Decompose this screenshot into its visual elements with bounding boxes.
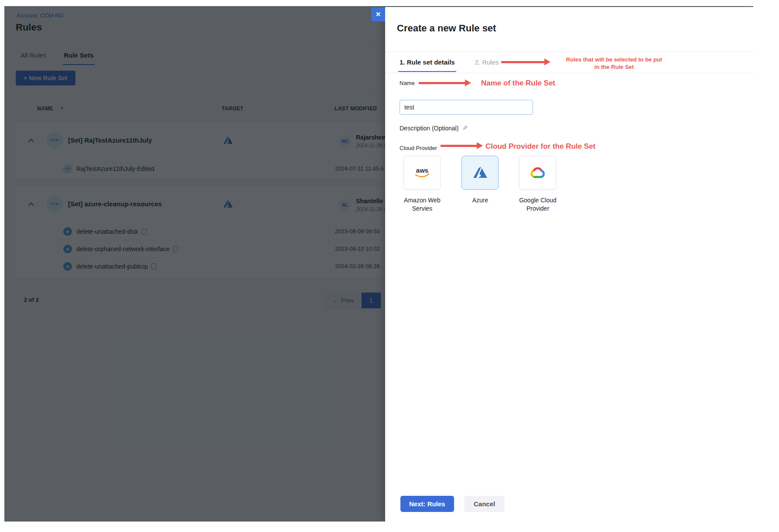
annotation-steps-note: Rules that will be selected to be put in… xyxy=(560,56,669,71)
annotation-arrow xyxy=(441,145,477,147)
annotation-provider-note: Cloud Provider for the Rule Set xyxy=(485,142,595,151)
drawer-title: Create a new Rule set xyxy=(397,23,496,34)
annotation-name-note: Name of the Rule Set xyxy=(481,79,555,88)
cloud-provider-label: Cloud Provider xyxy=(400,145,437,151)
cancel-button[interactable]: Cancel xyxy=(464,496,505,512)
aws-logo-icon: aws xyxy=(412,165,432,180)
app-window: Account: CCM-NG Rules All Rules Rule Set… xyxy=(4,6,753,522)
step-rules[interactable]: 2. Rules xyxy=(474,55,500,72)
edit-pencil-icon[interactable]: ✎ xyxy=(462,124,468,132)
annotation-arrow xyxy=(419,82,465,84)
provider-label-gcp: Google Cloud Provider xyxy=(509,196,566,213)
provider-card-gcp[interactable] xyxy=(519,156,556,190)
provider-label-aws: Amazon Web Servies xyxy=(394,196,451,213)
svg-text:aws: aws xyxy=(416,167,428,174)
divider xyxy=(385,51,753,52)
step-rule-set-details[interactable]: 1. Rule set details xyxy=(398,55,456,72)
azure-logo-icon xyxy=(472,165,488,181)
annotation-arrow xyxy=(501,61,545,63)
gcp-logo-icon xyxy=(530,166,546,179)
name-label: Name xyxy=(400,80,415,86)
description-label: Description (Optional) ✎ xyxy=(400,124,468,132)
provider-card-aws[interactable]: aws xyxy=(403,156,441,190)
provider-label-azure: Azure xyxy=(452,196,509,205)
next-rules-button[interactable]: Next: Rules xyxy=(400,496,454,512)
divider xyxy=(385,73,753,73)
rule-set-name-input[interactable] xyxy=(400,100,533,115)
create-rule-set-drawer: ✕ Create a new Rule set 1. Rule set deta… xyxy=(385,7,753,522)
close-icon[interactable]: ✕ xyxy=(371,7,385,21)
wizard-steps: 1. Rule set details 2. Rules xyxy=(398,55,500,72)
provider-card-azure[interactable] xyxy=(461,156,499,190)
